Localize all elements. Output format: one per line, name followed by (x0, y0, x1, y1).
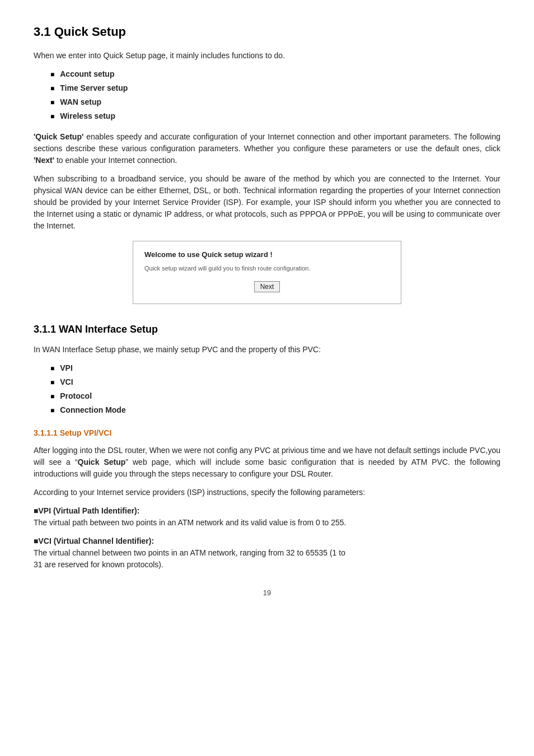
bullet-protocol: Protocol (50, 390, 500, 402)
vci-description-line2: 31 are reserved for known protocols). (34, 560, 163, 569)
quick-setup-para2: When subscribing to a broadband service,… (34, 173, 500, 232)
next-label: 'Next' (34, 156, 54, 165)
vci-label: ■VCI (Virtual Channel Identifier): (34, 536, 154, 545)
wan-bullet-list: VPI VCI Protocol Connection Mode (50, 362, 500, 416)
quick-setup-label: 'Quick Setup' (34, 132, 83, 141)
bullet-wan-setup: WAN setup (50, 96, 500, 108)
bullet-connection-mode: Connection Mode (50, 404, 500, 416)
bullet-wireless-setup: Wireless setup (50, 110, 500, 122)
vpi-vci-para1: After logging into the DSL router, When … (34, 445, 500, 480)
vpi-description: The virtual path between two points in a… (34, 518, 346, 527)
quick-setup-para1-end: to enable your Internet connection. (54, 156, 177, 165)
wan-interface-section-title: 3.1.1 WAN Interface Setup (34, 322, 500, 337)
vci-section: ■VCI (Virtual Channel Identifier): The v… (34, 535, 500, 571)
quick-setup-para1: 'Quick Setup' enables speedy and accurat… (34, 131, 500, 166)
bullet-vci: VCI (50, 376, 500, 388)
quick-setup-bold: Quick Setup (78, 458, 126, 466)
vpi-vci-para2: According to your Internet service provi… (34, 487, 500, 498)
quick-setup-para1-rest: enables speedy and accurate configuratio… (34, 132, 500, 153)
setup-vpi-vci-title: 3.1.1.1 Setup VPI/VCI (34, 427, 500, 439)
vci-description-line1: The virtual channel between two points i… (34, 548, 345, 557)
bullet-vpi: VPI (50, 362, 500, 374)
bullet-time-server-setup: Time Server setup (50, 82, 500, 94)
page-number: 19 (34, 587, 500, 599)
vpi-section: ■VPI (Virtual Path Identifier): The virt… (34, 505, 500, 529)
wizard-next-wrapper: Next (144, 281, 390, 292)
wizard-next-button[interactable]: Next (254, 281, 280, 292)
wizard-title: Welcome to use Quick setup wizard ! (144, 249, 390, 260)
bullet-account-setup: Account setup (50, 68, 500, 80)
intro-paragraph: When we enter into Quick Setup page, it … (34, 50, 500, 62)
section-title: 3.1 Quick Setup (34, 22, 500, 41)
vpi-label: ■VPI (Virtual Path Identifier): (34, 506, 139, 515)
wan-intro: In WAN Interface Setup phase, we mainly … (34, 344, 500, 356)
wizard-box: Welcome to use Quick setup wizard ! Quic… (133, 241, 401, 304)
main-bullet-list: Account setup Time Server setup WAN setu… (50, 68, 500, 122)
wizard-subtitle: Quick setup wizard will guild you to fin… (144, 264, 390, 273)
